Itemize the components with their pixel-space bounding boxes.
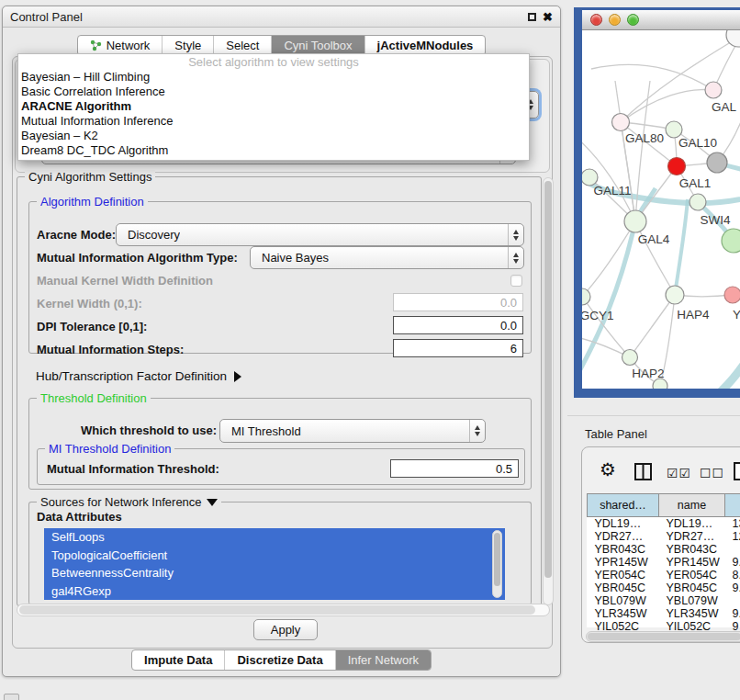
tab-style[interactable]: Style: [162, 36, 213, 55]
dropdown-item-selected[interactable]: ARACNE Algorithm: [18, 99, 529, 114]
network-node[interactable]: [726, 30, 740, 47]
table-row[interactable]: YPR145WYPR145W9.: [588, 556, 740, 569]
table-row[interactable]: YBR045CYBR045C9.: [588, 581, 740, 594]
table-cell[interactable]: YER054C: [588, 569, 659, 581]
table-cell[interactable]: [725, 594, 740, 607]
network-node[interactable]: [724, 287, 740, 303]
table-cell[interactable]: YPR145W: [588, 556, 659, 569]
table-cell[interactable]: 9.: [725, 581, 740, 594]
network-node[interactable]: [722, 229, 740, 253]
network-edge[interactable]: [621, 89, 713, 122]
data-attributes-list[interactable]: SelfLoops TopologicalCoefficient Between…: [44, 528, 505, 600]
expand-arrow-icon[interactable]: [234, 371, 241, 382]
dropdown-item[interactable]: Basic Correlation Inference: [18, 85, 529, 99]
table-cell[interactable]: YBR043C: [588, 543, 659, 556]
table-row[interactable]: YER054CYER054C8.: [588, 569, 740, 581]
table-cell[interactable]: 8.: [725, 569, 740, 581]
table-cell[interactable]: 9.: [725, 556, 740, 569]
table-row[interactable]: YBL079WYBL079W: [588, 594, 740, 607]
table-horizontal-scrollbar[interactable]: [586, 631, 740, 642]
network-node[interactable]: [666, 286, 684, 304]
minimize-traffic-light-icon[interactable]: [609, 14, 621, 26]
column-header-partial[interactable]: [725, 494, 740, 517]
tab-select[interactable]: Select: [213, 36, 271, 55]
dropdown-item[interactable]: Mutual Information Inference: [18, 114, 529, 129]
node-table[interactable]: shared… name YDL19…YDL19…13YDR27…YDR27…1…: [587, 493, 740, 627]
dropdown-item[interactable]: Bayesian – K2: [18, 129, 529, 143]
tab-network[interactable]: Network: [78, 36, 163, 55]
hub-transcription-factor-section[interactable]: Hub/Transcription Factor Definition: [36, 369, 241, 383]
network-edge[interactable]: [591, 64, 713, 90]
network-node[interactable]: [705, 82, 722, 98]
mi-threshold-input[interactable]: [390, 459, 519, 478]
dropdown-item[interactable]: Dream8 DC_TDC Algorithm: [18, 143, 529, 158]
network-node[interactable]: [582, 288, 590, 305]
float-window-icon[interactable]: [528, 13, 536, 21]
tab-infer-network[interactable]: Infer Network: [335, 650, 431, 670]
apply-button[interactable]: Apply: [253, 619, 318, 640]
network-edge[interactable]: [675, 199, 688, 295]
table-cell[interactable]: YLR345W: [588, 607, 659, 620]
column-header-shared-name[interactable]: shared…: [588, 494, 659, 517]
network-node[interactable]: [624, 210, 646, 232]
table-cell[interactable]: 12: [725, 530, 740, 543]
tab-discretize-data[interactable]: Discretize Data: [224, 650, 334, 670]
tab-impute-data[interactable]: Impute Data: [132, 650, 224, 670]
new-column-icon[interactable]: [732, 460, 740, 482]
table-cell[interactable]: YBL079W: [588, 594, 659, 607]
table-cell[interactable]: 9.: [725, 607, 740, 620]
manual-kernel-checkbox[interactable]: [510, 275, 522, 287]
table-row[interactable]: YDR27…YDR27…12: [588, 530, 740, 543]
settings-vertical-scrollbar[interactable]: [543, 177, 554, 605]
deselect-all-icon[interactable]: ☐☐: [700, 466, 724, 480]
bottom-left-button[interactable]: [4, 694, 19, 700]
table-cell[interactable]: YBL079W: [659, 594, 725, 607]
list-scrollbar[interactable]: [492, 530, 502, 598]
table-cell[interactable]: 13: [725, 517, 740, 531]
network-window-titlebar[interactable]: [582, 10, 740, 30]
table-cell[interactable]: YDL19…: [588, 517, 659, 531]
close-icon[interactable]: ✖: [543, 11, 553, 23]
network-node[interactable]: [690, 194, 706, 210]
list-item[interactable]: TopologicalCoefficient: [44, 547, 505, 565]
table-row[interactable]: YBR043CYBR043C: [588, 543, 740, 556]
network-node[interactable]: [707, 152, 727, 173]
mi-steps-input[interactable]: [393, 339, 523, 357]
table-cell[interactable]: YBR045C: [659, 581, 725, 594]
network-canvas[interactable]: GALGAL80GAL10GAL1GAL11SWI4GAL4GCY1HAP4YH…: [582, 30, 740, 389]
table-cell[interactable]: YPR145W: [659, 556, 725, 569]
close-traffic-light-icon[interactable]: [590, 14, 602, 26]
tab-cyni-toolbox[interactable]: Cyni Toolbox: [271, 36, 364, 55]
table-row[interactable]: YLR345WYLR345W9.: [588, 607, 740, 620]
list-item[interactable]: BetweennessCentrality: [44, 564, 505, 582]
column-header-name[interactable]: name: [659, 494, 725, 517]
table-cell[interactable]: YBR045C: [588, 581, 659, 594]
which-threshold-combobox[interactable]: MI Threshold: [219, 419, 486, 443]
table-cell[interactable]: YDR27…: [659, 530, 725, 543]
tab-jactivemnodules[interactable]: jActiveMNodules: [364, 36, 486, 55]
collapse-arrow-icon[interactable]: [207, 499, 218, 506]
node-label: GAL11: [593, 184, 631, 198]
dpi-tolerance-input[interactable]: [393, 316, 523, 334]
table-cell[interactable]: YER054C: [659, 569, 725, 581]
split-columns-icon[interactable]: [633, 462, 654, 482]
network-node[interactable]: [622, 350, 638, 366]
table-cell[interactable]: [725, 543, 740, 556]
settings-horizontal-scrollbar[interactable]: [17, 604, 550, 616]
table-row[interactable]: YDL19…YDL19…13: [588, 517, 740, 531]
network-node[interactable]: [612, 114, 630, 131]
table-cell[interactable]: YLR345W: [659, 607, 725, 620]
table-cell[interactable]: YDL19…: [659, 517, 725, 531]
zoom-traffic-light-icon[interactable]: [627, 14, 639, 26]
list-item[interactable]: SelfLoops: [44, 528, 505, 547]
mi-algorithm-type-combobox[interactable]: Naive Bayes: [250, 246, 524, 269]
table-cell[interactable]: YDR27…: [588, 530, 659, 543]
gear-icon[interactable]: ⚙: [600, 460, 616, 479]
list-item[interactable]: gal4RGexp: [44, 582, 505, 601]
kernel-width-input[interactable]: [393, 293, 523, 311]
dropdown-item[interactable]: Bayesian – Hill Climbing: [18, 70, 529, 85]
table-cell[interactable]: YBR043C: [659, 543, 725, 556]
aracne-mode-combobox[interactable]: Discovery: [116, 223, 524, 246]
network-node[interactable]: [668, 158, 686, 175]
select-all-icon[interactable]: ☑☑: [667, 466, 691, 480]
